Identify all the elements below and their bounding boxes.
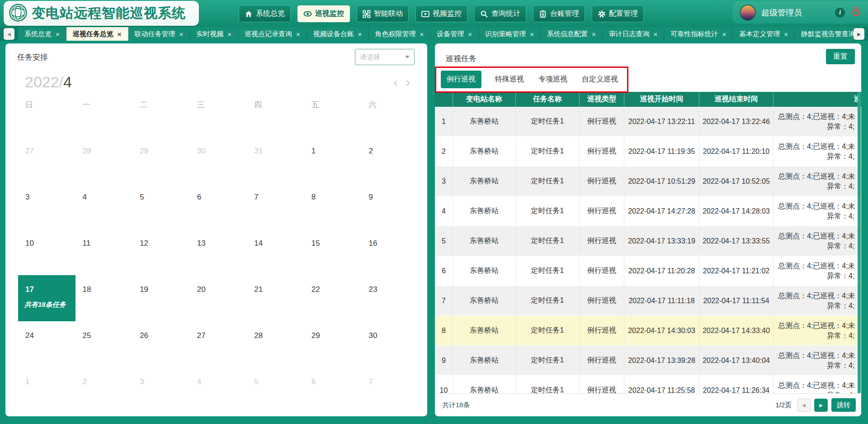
- table-row[interactable]: 10东善桥站定时任务1例行巡视2022-04-17 11:25:582022-0…: [435, 376, 861, 393]
- calendar-day-28[interactable]: 28: [75, 137, 133, 183]
- calendar-day-14[interactable]: 14: [247, 229, 304, 275]
- close-icon[interactable]: ×: [56, 30, 60, 38]
- calendar-day-5[interactable]: 5: [132, 183, 190, 229]
- tab-系统信息配置[interactable]: 系统信息配置×: [541, 27, 603, 41]
- tab-可靠性指标统计[interactable]: 可靠性指标统计×: [664, 27, 733, 41]
- nav-button-视频监控[interactable]: 视频监控: [415, 5, 467, 22]
- table-row[interactable]: 9东善桥站定时任务1例行巡视2022-04-17 13:39:282022-04…: [435, 346, 861, 376]
- calendar-day-8[interactable]: 8: [304, 183, 362, 229]
- calendar-day-30[interactable]: 30: [190, 137, 247, 183]
- tab-静默监视告警查询[interactable]: 静默监视告警查询×: [795, 27, 854, 41]
- calendar-day-27[interactable]: 27: [190, 321, 247, 367]
- table-row[interactable]: 3东善桥站定时任务1例行巡视2022-04-17 10:51:292022-04…: [435, 167, 861, 196]
- tab-实时视频[interactable]: 实时视频×: [190, 27, 238, 41]
- tab-巡视任务总览[interactable]: 巡视任务总览×: [66, 27, 128, 41]
- calendar-prev-button[interactable]: ‹: [393, 76, 397, 89]
- patrol-type-tab-自定义巡视[interactable]: 自定义巡视: [581, 71, 619, 88]
- close-icon[interactable]: ×: [784, 30, 788, 38]
- tab-识别策略管理[interactable]: 识别策略管理×: [479, 27, 541, 41]
- tab-审计日志查询[interactable]: 审计日志查询×: [603, 27, 665, 41]
- calendar-day-16[interactable]: 16: [361, 229, 419, 275]
- nav-button-系统总览[interactable]: 系统总览: [239, 5, 291, 22]
- calendar-next-button[interactable]: ›: [406, 76, 410, 89]
- reset-button[interactable]: 重置: [826, 49, 855, 64]
- calendar-day-5[interactable]: 5: [247, 367, 304, 414]
- calendar-day-9[interactable]: 9: [361, 183, 419, 229]
- nav-button-查询统计[interactable]: 查询统计: [474, 5, 526, 22]
- nav-button-智能联动[interactable]: 智能联动: [357, 5, 409, 22]
- power-icon[interactable]: [852, 9, 860, 16]
- tab-联动任务管理[interactable]: 联动任务管理×: [128, 27, 190, 41]
- prev-page-button[interactable]: ◀: [797, 399, 811, 412]
- patrol-type-tab-特殊巡视[interactable]: 特殊巡视: [494, 71, 525, 88]
- close-icon[interactable]: ×: [227, 30, 231, 38]
- tabs-scroll-right-button[interactable]: ▶: [854, 28, 864, 40]
- station-select[interactable]: 请选择: [355, 49, 415, 65]
- calendar-day-23[interactable]: 23: [361, 275, 419, 321]
- tab-巡视点记录查询[interactable]: 巡视点记录查询×: [238, 27, 307, 41]
- info-icon[interactable]: i: [835, 8, 845, 18]
- calendar-day-18[interactable]: 18: [75, 275, 133, 321]
- calendar-day-1[interactable]: 1: [304, 137, 362, 183]
- close-icon[interactable]: ×: [530, 30, 534, 38]
- calendar-day-22[interactable]: 22: [304, 275, 362, 321]
- patrol-type-tab-专项巡视[interactable]: 专项巡视: [538, 71, 568, 88]
- calendar-day-1[interactable]: 1: [18, 367, 75, 414]
- close-icon[interactable]: ×: [296, 30, 300, 38]
- calendar-day-11[interactable]: 11: [75, 229, 133, 275]
- close-icon[interactable]: ×: [722, 30, 726, 38]
- calendar-day-28[interactable]: 28: [247, 321, 304, 367]
- table-scrollbar[interactable]: [858, 92, 861, 393]
- tab-系统总览[interactable]: 系统总览×: [18, 27, 66, 41]
- calendar-day-7[interactable]: 7: [247, 183, 304, 229]
- table-row[interactable]: 7东善桥站定时任务1例行巡视2022-04-17 11:11:182022-04…: [435, 286, 861, 316]
- calendar-day-12[interactable]: 12: [132, 229, 190, 275]
- calendar-day-26[interactable]: 26: [132, 321, 190, 367]
- nav-button-配置管理[interactable]: 配置管理: [592, 5, 644, 22]
- tabs-scroll-left-button[interactable]: ◀: [4, 28, 14, 40]
- tab-角色权限管理[interactable]: 角色权限管理×: [369, 27, 431, 41]
- table-row[interactable]: 1东善桥站定时任务1例行巡视2022-04-17 13:22:112022-04…: [435, 107, 861, 137]
- calendar-day-27[interactable]: 27: [18, 137, 75, 183]
- calendar-day-31[interactable]: 31: [247, 137, 304, 183]
- calendar-day-6[interactable]: 6: [304, 367, 362, 414]
- calendar-day-30[interactable]: 30: [361, 321, 419, 367]
- table-row[interactable]: 8东善桥站定时任务1例行巡视2022-04-17 14:30:032022-04…: [435, 316, 861, 346]
- calendar-day-20[interactable]: 20: [190, 275, 247, 321]
- calendar-day-2[interactable]: 2: [361, 137, 419, 183]
- calendar-day-4[interactable]: 4: [190, 367, 247, 414]
- close-icon[interactable]: ×: [179, 30, 184, 38]
- calendar-day-10[interactable]: 10: [18, 229, 75, 275]
- calendar-day-29[interactable]: 29: [132, 137, 190, 183]
- jump-button[interactable]: 跳转: [831, 398, 856, 412]
- close-icon[interactable]: ×: [592, 30, 596, 38]
- close-icon[interactable]: ×: [468, 30, 472, 38]
- table-row[interactable]: 2东善桥站定时任务1例行巡视2022-04-17 11:19:352022-04…: [435, 137, 861, 167]
- calendar-day-6[interactable]: 6: [190, 183, 247, 229]
- calendar-day-3[interactable]: 3: [132, 367, 190, 414]
- nav-button-巡视监控[interactable]: 巡视监控: [297, 5, 350, 22]
- calendar-day-25[interactable]: 25: [75, 321, 133, 367]
- close-icon[interactable]: ×: [358, 30, 362, 38]
- calendar-day-19[interactable]: 19: [132, 275, 190, 321]
- calendar-day-3[interactable]: 3: [18, 183, 75, 229]
- calendar-day-2[interactable]: 2: [75, 367, 133, 414]
- close-icon[interactable]: ×: [420, 30, 424, 38]
- tab-视频设备台账[interactable]: 视频设备台账×: [307, 27, 369, 41]
- calendar-day-7[interactable]: 7: [361, 367, 419, 414]
- tab-设备管理[interactable]: 设备管理×: [430, 27, 479, 41]
- tab-基本定义管理[interactable]: 基本定义管理×: [733, 27, 795, 41]
- calendar-day-29[interactable]: 29: [304, 321, 362, 367]
- calendar-day-15[interactable]: 15: [304, 229, 362, 275]
- calendar-day-17[interactable]: 17共有18条任务: [18, 275, 75, 321]
- next-page-button[interactable]: ▶: [814, 399, 828, 412]
- close-icon[interactable]: ×: [118, 30, 122, 38]
- calendar-day-24[interactable]: 24: [18, 321, 75, 367]
- calendar-day-13[interactable]: 13: [190, 229, 247, 275]
- table-row[interactable]: 4东善桥站定时任务1例行巡视2022-04-17 14:27:282022-04…: [435, 196, 861, 226]
- calendar-day-21[interactable]: 21: [247, 275, 304, 321]
- patrol-type-tab-例行巡视[interactable]: 例行巡视: [441, 71, 481, 88]
- close-icon[interactable]: ×: [654, 30, 658, 38]
- user-card[interactable]: 超级管理员 i: [732, 1, 868, 24]
- calendar-day-4[interactable]: 4: [75, 183, 133, 229]
